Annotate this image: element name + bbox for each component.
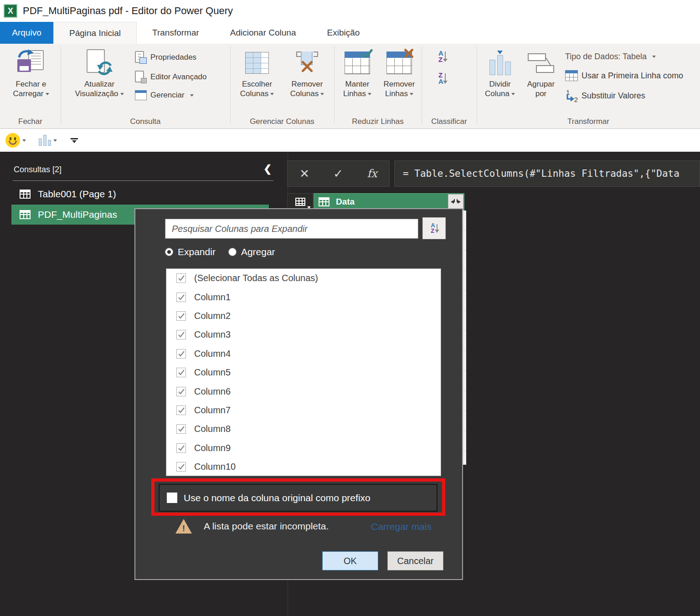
choose-columns-button[interactable]: Escolher Colunas (232, 46, 282, 116)
manage-button[interactable]: Gerenciar (135, 90, 194, 100)
query-item-table001[interactable]: Table001 (Page 1) (11, 184, 269, 204)
arrow-down-icon (445, 73, 446, 83)
tab-transformar[interactable]: Transformar (137, 22, 215, 44)
checkbox-checked-icon[interactable] (176, 349, 186, 359)
radio-expandir[interactable]: Expandir (165, 246, 216, 257)
radio-unselected-icon (228, 248, 237, 256)
remove-columns-label: Remover Colunas (290, 79, 324, 99)
column-list-item[interactable]: Column6 (166, 382, 441, 400)
checkbox-checked-icon[interactable] (176, 311, 186, 321)
prefix-checkbox[interactable] (167, 493, 177, 503)
checkbox-checked-icon[interactable] (176, 406, 186, 415)
column-list-item[interactable]: Column10 (166, 457, 441, 476)
data-type-label: Tipo de Dados: Tabela (565, 52, 647, 62)
chevron-down-icon (511, 93, 515, 95)
formula-text: = Table.SelectColumns(#"Linhas Filtradas… (395, 168, 679, 179)
checkbox-checked-icon[interactable] (176, 387, 186, 396)
checkbox-checked-icon[interactable] (176, 368, 186, 377)
close-and-load-icon (16, 46, 46, 79)
remove-rows-button[interactable]: Remover Linhas (378, 46, 420, 116)
group-divider (334, 46, 335, 124)
use-first-row-label: Usar a Primeira Linha como (582, 71, 683, 81)
expand-arrows-icon (451, 198, 461, 205)
chevron-down-icon (368, 93, 371, 95)
advanced-editor-label: Editor Avançado (150, 72, 207, 82)
tab-exibicao[interactable]: Exibição (312, 22, 376, 44)
column-list-item[interactable]: Column7 (166, 401, 441, 420)
data-type-button[interactable]: Tipo de Dados: Tabela (565, 52, 656, 62)
remove-rows-label: Remover Linhas (384, 79, 415, 99)
split-column-button[interactable]: Dividir Coluna (479, 46, 520, 116)
use-first-row-icon (565, 70, 578, 81)
formula-bar-buttons: ✕ ✓ fx (287, 160, 390, 187)
checkbox-checked-icon[interactable] (176, 424, 186, 434)
expand-mode-radios: Expandir Agregar (165, 246, 275, 257)
close-and-load-button[interactable]: Fechar e Carregar (5, 46, 57, 116)
tab-arquivo[interactable]: Arquivo (0, 22, 53, 44)
formula-input[interactable]: = Table.SelectColumns(#"Linhas Filtradas… (394, 160, 700, 187)
dialog-column-list: (Selecionar Todas as Colunas) Column1 Co… (166, 268, 441, 476)
keep-rows-button[interactable]: Manter Linhas (336, 46, 378, 116)
column-list-item-label: Column10 (194, 462, 236, 472)
properties-icon (135, 51, 147, 64)
checkbox-checked-icon[interactable] (176, 462, 186, 472)
advanced-editor-icon (135, 71, 147, 83)
checkbox-checked-icon[interactable] (176, 443, 186, 453)
expand-column-button[interactable] (448, 194, 463, 210)
column-list-item[interactable]: Column4 (166, 344, 441, 363)
column-list-item[interactable]: (Selecionar Todas as Colunas) (166, 269, 441, 287)
incomplete-list-warning: ! A lista pode estar incompleta. (175, 519, 329, 534)
column-list-item[interactable]: Column1 (166, 287, 441, 306)
checkbox-checked-icon[interactable] (176, 273, 186, 283)
quick-access-toolbar (0, 129, 700, 152)
warning-text: A lista pode estar incompleta. (204, 521, 329, 532)
customize-toolbar-icon (71, 138, 78, 139)
discard-formula-icon[interactable]: ✕ (299, 168, 309, 180)
column-list-item[interactable]: Column3 (166, 325, 441, 344)
properties-button[interactable]: Propriedades (135, 51, 196, 64)
remove-columns-icon (295, 46, 319, 79)
collapse-panel-icon[interactable]: ❮ (263, 163, 272, 175)
checkbox-checked-icon[interactable] (176, 293, 186, 302)
chevron-down-icon (46, 93, 49, 95)
query-item-label: Table001 (Page 1) (38, 189, 116, 200)
prefix-option-row[interactable]: Use o nome da coluna original como prefi… (159, 484, 438, 512)
radio-selected-icon (165, 248, 173, 256)
excel-app-icon: X (4, 4, 17, 18)
column-list-item-label: Column8 (194, 424, 231, 434)
column-list-item[interactable]: Column2 (166, 307, 441, 325)
chevron-down-icon (320, 93, 324, 95)
use-first-row-button[interactable]: Usar a Primeira Linha como (565, 70, 700, 81)
load-more-link[interactable]: Carregar mais (371, 521, 432, 532)
customize-toolbar-button[interactable] (71, 138, 78, 143)
sort-descending-button[interactable]: ZA (438, 72, 446, 85)
send-a-smile-button[interactable] (0, 133, 26, 148)
group-by-button[interactable]: Agrupar por (520, 46, 561, 116)
column-list-item[interactable]: Column8 (166, 420, 441, 438)
checkbox-checked-icon[interactable] (176, 330, 186, 339)
remove-columns-button[interactable]: Remover Colunas (283, 46, 332, 116)
accept-formula-icon[interactable]: ✓ (333, 168, 343, 180)
fx-icon[interactable]: fx (367, 168, 377, 179)
refresh-preview-button[interactable]: Atualizar Visualização (68, 46, 130, 116)
chart-tool-button[interactable] (26, 135, 57, 146)
sort-ascending-button[interactable]: AZ (438, 50, 446, 63)
advanced-editor-button[interactable]: Editor Avançado (135, 71, 207, 83)
search-columns-input[interactable] (165, 219, 418, 239)
radio-agregar-label: Agregar (241, 246, 275, 257)
cancel-button[interactable]: Cancelar (387, 551, 443, 570)
tab-pagina-inicial[interactable]: Página Inicial (53, 22, 137, 44)
column-list-item[interactable]: Column9 (166, 439, 441, 457)
replace-values-button[interactable]: 1 2 Substituir Valores (565, 89, 645, 102)
column-list-item-label: Column5 (194, 367, 231, 378)
column-list-item[interactable]: Column5 (166, 363, 441, 382)
tab-adicionar-coluna[interactable]: Adicionar Coluna (215, 22, 312, 44)
column-list-item-label: Column1 (194, 292, 231, 303)
title-bar: X PDF_MultiPaginas pdf - Editor do Power… (0, 0, 700, 22)
group-divider (230, 46, 231, 124)
ok-button[interactable]: OK (322, 551, 378, 570)
panel-header-underline (13, 180, 273, 181)
manage-icon (135, 90, 147, 100)
sort-columns-button[interactable]: AZ (422, 217, 446, 239)
radio-agregar[interactable]: Agregar (228, 246, 275, 257)
